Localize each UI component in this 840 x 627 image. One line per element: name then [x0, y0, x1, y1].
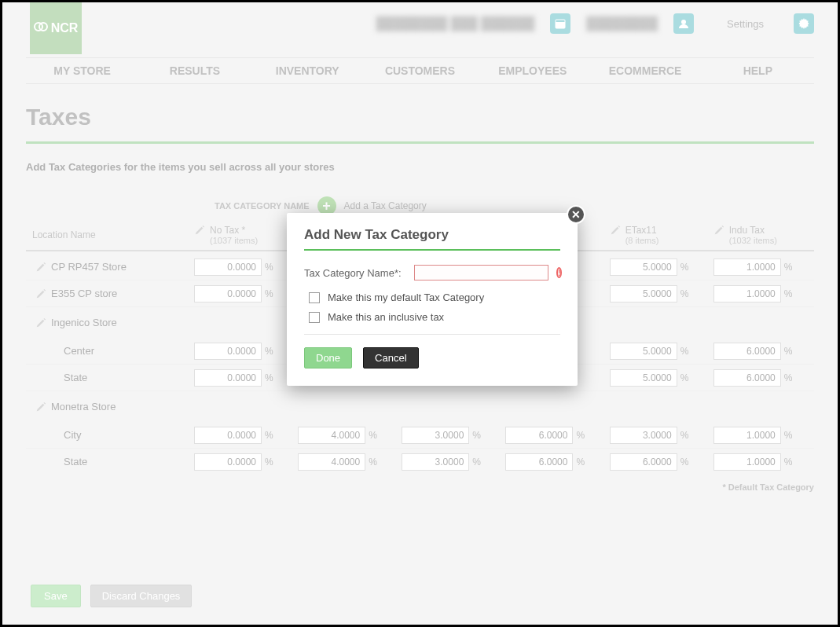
modal-divider: [304, 334, 560, 335]
cancel-button[interactable]: Cancel: [363, 347, 418, 368]
close-icon[interactable]: ✕: [567, 205, 585, 224]
error-icon: !: [556, 267, 562, 278]
modal-rule: [304, 249, 560, 251]
inclusive-tax-checkbox[interactable]: [309, 312, 320, 323]
default-tax-label: Make this my default Tax Category: [328, 292, 484, 303]
modal-title: Add New Tax Category: [304, 227, 560, 243]
inclusive-tax-label: Make this an inclusive tax: [328, 311, 444, 323]
done-button[interactable]: Done: [304, 347, 352, 368]
add-tax-category-modal: ✕ Add New Tax Category Tax Category Name…: [287, 213, 578, 386]
tax-name-input[interactable]: [414, 265, 548, 280]
default-tax-checkbox[interactable]: [309, 292, 320, 303]
tax-name-label: Tax Category Name*:: [304, 267, 406, 279]
